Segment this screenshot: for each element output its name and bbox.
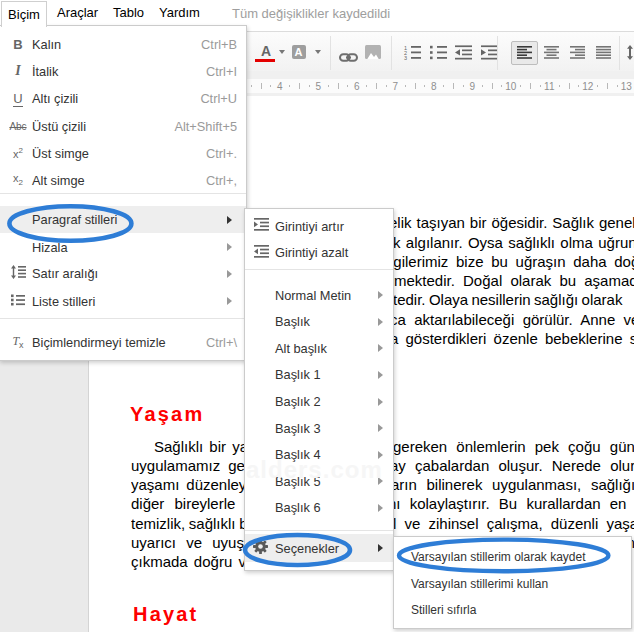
svg-text:3: 3 xyxy=(404,55,407,60)
